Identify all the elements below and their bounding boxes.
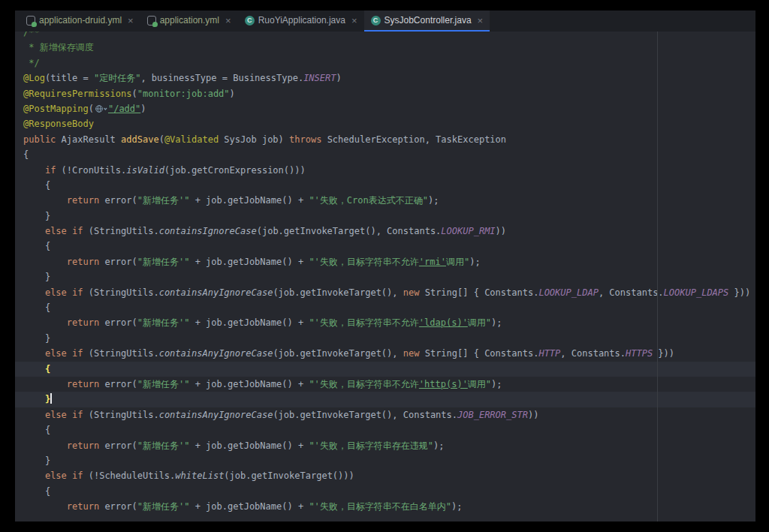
code-token: @Validated <box>164 134 219 145</box>
code-token: SchedulerException, TaskException <box>321 134 506 145</box>
tab-label: RuoYiApplication.java <box>258 15 345 26</box>
code-line[interactable]: * 新增保存调度 <box>15 40 755 55</box>
code-line[interactable]: { <box>15 147 755 162</box>
code-token: HTTPS <box>626 348 653 359</box>
close-tab-icon[interactable]: × <box>478 16 484 26</box>
code-line[interactable]: return error("新增任务'" + job.getJobName() … <box>15 315 755 330</box>
code-token: ); <box>433 440 444 451</box>
code-token: else <box>45 287 67 298</box>
code-line[interactable]: @RequiresPermissions("monitor:job:add") <box>15 86 755 101</box>
code-line[interactable]: else if (StringUtils.containsIgnoreCase(… <box>15 224 755 239</box>
code-line[interactable]: public AjaxResult addSave(@Validated Sys… <box>15 132 755 147</box>
code-token: error( <box>99 195 137 206</box>
code-token: + job.getJobName() + <box>189 440 309 451</box>
close-tab-icon[interactable]: × <box>225 16 231 26</box>
code-token <box>23 195 67 206</box>
code-token: if <box>72 470 83 481</box>
code-token <box>23 410 45 420</box>
code-line[interactable]: else if (!ScheduleUtils.whiteList(job.ge… <box>15 468 755 483</box>
code-line[interactable]: } <box>15 209 755 224</box>
code-line[interactable]: else if (StringUtils.containsAnyIgnoreCa… <box>15 285 755 300</box>
code-token <box>67 410 72 420</box>
code-line[interactable]: } <box>15 269 755 284</box>
code-line[interactable]: return error("新增任务'" + job.getJobName() … <box>15 499 755 514</box>
code-line[interactable]: } <box>15 453 755 468</box>
code-token: if <box>45 165 56 176</box>
code-line[interactable]: { <box>15 362 755 377</box>
code-token: + job.getJobName() + <box>189 257 309 267</box>
code-token: else <box>45 226 67 236</box>
code-token <box>67 470 72 481</box>
code-token: , businessType = BusinessType. <box>140 73 303 83</box>
code-token: String[] { Constants. <box>419 348 538 359</box>
code-line[interactable]: if (!CronUtils.isValid(job.getCronExpres… <box>15 163 755 178</box>
close-tab-icon[interactable]: × <box>128 16 134 26</box>
code-token: return <box>67 501 99 512</box>
code-line[interactable]: return error("新增任务'" + job.getJobName() … <box>15 193 755 208</box>
code-token: new <box>403 287 420 298</box>
code-token: containsIgnoreCase <box>159 226 257 236</box>
editor-tab-bar: application-druid.yml×application.yml×CR… <box>15 11 755 32</box>
code-token: (StringUtils. <box>83 287 159 298</box>
code-token: "'失败，目标字符串不允许 <box>309 379 418 389</box>
code-token: , Constants. <box>599 287 664 298</box>
code-token: isValid <box>126 165 164 176</box>
code-token <box>23 394 45 404</box>
code-line[interactable]: { <box>15 300 755 315</box>
code-token <box>23 257 67 267</box>
code-token: "'失败，目标字符串不在白名单内" <box>309 501 451 512</box>
code-token <box>23 226 45 236</box>
code-token: error( <box>99 317 137 328</box>
code-token: + job.getJobName() + <box>189 379 309 389</box>
code-line[interactable]: { <box>15 239 755 254</box>
code-token: )) <box>528 410 538 420</box>
editor-tab-application-druid-yml[interactable]: application-druid.yml× <box>20 11 140 32</box>
code-token: throws <box>289 134 321 145</box>
java-class-icon: C <box>371 16 381 26</box>
code-token: containsAnyIgnoreCase <box>159 287 273 298</box>
code-line[interactable]: { <box>15 178 755 193</box>
code-line[interactable]: else if (StringUtils.containsAnyIgnoreCa… <box>15 407 755 422</box>
spring-yml-file-icon <box>26 16 35 26</box>
code-line[interactable]: /** <box>15 32 755 40</box>
code-line[interactable]: return error("新增任务'" + job.getJobName() … <box>15 438 755 453</box>
code-line[interactable]: { <box>15 422 755 437</box>
code-line[interactable]: return error("新增任务'" + job.getJobName() … <box>15 377 755 392</box>
code-token <box>67 287 72 298</box>
code-line[interactable]: } <box>15 331 755 346</box>
code-line[interactable]: @ResponseBody <box>15 116 755 131</box>
code-token: (StringUtils. <box>83 348 159 359</box>
code-line[interactable]: else if (StringUtils.containsAnyIgnoreCa… <box>15 346 755 361</box>
close-tab-icon[interactable]: × <box>351 16 357 26</box>
code-token: SysJob job) <box>219 134 289 145</box>
code-token: (StringUtils. <box>83 226 159 236</box>
code-line[interactable]: @PostMapping("/add") <box>15 101 755 116</box>
code-token: , Constants. <box>560 348 626 359</box>
code-token: } <box>23 455 50 466</box>
url-globe-icon[interactable] <box>95 103 107 118</box>
code-line[interactable]: return error("新增任务'" + job.getJobName() … <box>15 254 755 269</box>
editor-tab-ruoyiapplication-java[interactable]: CRuoYiApplication.java× <box>238 11 364 32</box>
caret-code-line[interactable]: } <box>15 392 755 407</box>
code-line[interactable]: { <box>15 484 755 499</box>
code-token: public <box>23 134 56 145</box>
code-line[interactable]: */ <box>15 56 755 71</box>
code-line[interactable]: @Log(title = "定时任务", businessType = Busi… <box>15 71 755 86</box>
code-token: HTTP <box>538 348 560 359</box>
code-token: ); <box>469 257 480 267</box>
code-token: LOOKUP_LDAP <box>538 287 598 298</box>
code-token: error( <box>99 379 137 389</box>
editor-tab-application-yml[interactable]: application.yml× <box>140 11 238 32</box>
code-token: AjaxResult <box>56 134 121 145</box>
code-token: { <box>23 302 50 313</box>
code-token: (!CronUtils. <box>56 165 126 176</box>
code-token: INSERT <box>303 73 336 83</box>
text-caret <box>50 393 52 404</box>
editor-tab-sysjobcontroller-java[interactable]: CSysJobController.java× <box>364 11 490 32</box>
code-editor[interactable]: /** * 新增保存调度 */@Log(title = "定时任务", busi… <box>15 32 755 521</box>
code-token: ); <box>491 317 502 328</box>
code-token: "'失败，Cron表达式不正确" <box>309 195 428 206</box>
code-token: JOB_ERROR_STR <box>457 410 528 420</box>
code-token: ( <box>89 104 94 114</box>
code-token <box>67 348 72 359</box>
